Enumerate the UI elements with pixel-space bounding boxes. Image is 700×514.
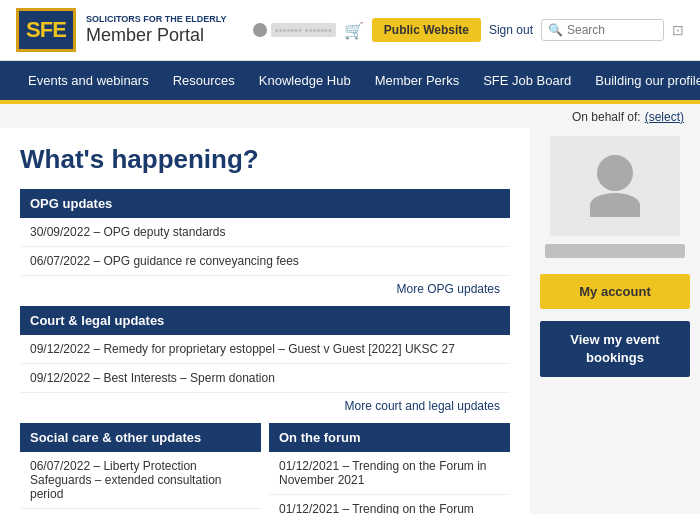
signout-button[interactable]: Sign out <box>489 23 533 37</box>
court-section: Court & legal updates 09/12/2022 – Remed… <box>20 306 510 423</box>
logo-subtitle: SOLICITORS FOR THE ELDERLY <box>86 14 227 25</box>
content-area: What's happening? OPG updates 30/09/2022… <box>0 128 530 514</box>
forum-item-2: 01/12/2021 – Trending on the Forum Octob… <box>269 495 510 514</box>
nav-resources[interactable]: Resources <box>161 61 247 100</box>
court-header: Court & legal updates <box>20 306 510 335</box>
search-icon: 🔍 <box>548 23 563 37</box>
nav-member-perks[interactable]: Member Perks <box>363 61 472 100</box>
external-link-icon[interactable]: ⊡ <box>672 22 684 38</box>
page-heading: What's happening? <box>20 144 510 175</box>
more-court-link[interactable]: More court and legal updates <box>20 393 510 423</box>
nav-job-board[interactable]: SFE Job Board <box>471 61 583 100</box>
forum-section: On the forum 01/12/2021 – Trending on th… <box>269 423 510 514</box>
nav-events[interactable]: Events and webinars <box>16 61 161 100</box>
header-user: ••••••• ••••••• <box>253 23 336 37</box>
user-blurred-name <box>545 244 685 258</box>
header: SFE SOLICITORS FOR THE ELDERLY Member Po… <box>0 0 700 61</box>
social-care-section: Social care & other updates 06/07/2022 –… <box>20 423 261 514</box>
portal-title: Member Portal <box>86 25 227 46</box>
main-nav: Events and webinars Resources Knowledge … <box>0 61 700 100</box>
user-name: ••••••• ••••••• <box>271 23 336 37</box>
view-events-button[interactable]: View my event bookings <box>540 321 690 377</box>
avatar-body <box>590 193 640 217</box>
social-item-1: 06/07/2022 – Liberty Protection Safeguar… <box>20 452 261 509</box>
nav-knowledge-hub[interactable]: Knowledge Hub <box>247 61 363 100</box>
opg-item-2: 06/07/2022 – OPG guidance re conveyancin… <box>20 247 510 276</box>
opg-header: OPG updates <box>20 189 510 218</box>
logo-box: SFE <box>16 8 76 52</box>
header-right: ••••••• ••••••• 🛒 Public Website Sign ou… <box>253 18 684 42</box>
opg-item-1: 30/09/2022 – OPG deputy standards <box>20 218 510 247</box>
social-item-2: 01/12/2021 – Updated guidance on care ho… <box>20 509 261 514</box>
more-opg-link[interactable]: More OPG updates <box>20 276 510 306</box>
portal-title-area: SOLICITORS FOR THE ELDERLY Member Portal <box>86 14 227 46</box>
avatar <box>590 155 640 217</box>
social-care-header: Social care & other updates <box>20 423 261 452</box>
main-container: What's happening? OPG updates 30/09/2022… <box>0 128 700 514</box>
my-account-button[interactable]: My account <box>540 274 690 309</box>
public-website-button[interactable]: Public Website <box>372 18 481 42</box>
avatar-area <box>550 136 680 236</box>
sidebar-buttons: My account View my event bookings <box>530 274 700 389</box>
user-icon <box>253 23 267 37</box>
opg-section: OPG updates 30/09/2022 – OPG deputy stan… <box>20 189 510 306</box>
court-item-2: 09/12/2022 – Best Interests – Sperm dona… <box>20 364 510 393</box>
search-input[interactable] <box>567 23 657 37</box>
avatar-section <box>530 128 700 274</box>
on-behalf-label: On behalf of: <box>572 110 641 124</box>
forum-header: On the forum <box>269 423 510 452</box>
nav-building-profile[interactable]: Building our profile <box>583 61 700 100</box>
avatar-head <box>597 155 633 191</box>
logo-text: SFE <box>26 17 66 43</box>
court-item-1: 09/12/2022 – Remedy for proprietary esto… <box>20 335 510 364</box>
on-behalf-select[interactable]: (select) <box>645 110 684 124</box>
search-box: 🔍 <box>541 19 664 41</box>
right-panel: My account View my event bookings <box>530 128 700 514</box>
two-col-section: Social care & other updates 06/07/2022 –… <box>20 423 510 514</box>
forum-item-1: 01/12/2021 – Trending on the Forum in No… <box>269 452 510 495</box>
logo-area: SFE SOLICITORS FOR THE ELDERLY Member Po… <box>16 8 227 52</box>
cart-icon[interactable]: 🛒 <box>344 21 364 40</box>
